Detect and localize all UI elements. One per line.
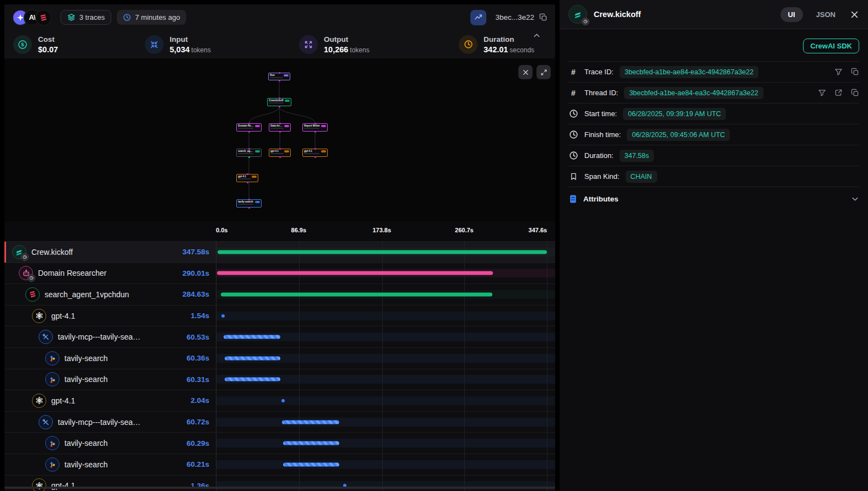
span-label: tavily-search xyxy=(64,460,182,469)
span-row-crew.kickoff[interactable]: Crew.kickoff 347.58s xyxy=(4,241,555,263)
tab-json[interactable]: JSON xyxy=(816,10,836,19)
time-ago-badge[interactable]: 7 minutes ago xyxy=(117,10,186,25)
graph-close-button[interactable] xyxy=(518,65,533,79)
detail-value[interactable]: 06/28/2025, 09:45:06 AM UTC xyxy=(627,129,730,141)
span-duration: 60.29s xyxy=(187,439,209,448)
hash-icon: # xyxy=(568,89,578,97)
traces-badge[interactable]: 3 traces xyxy=(61,10,111,25)
graph-node-port xyxy=(279,131,281,133)
attributes-section-header[interactable]: Attributes xyxy=(568,187,859,210)
panel-title: Crew.kickoff xyxy=(594,10,774,19)
graph-node-label: tavily-search xyxy=(238,200,254,203)
span-duration: 60.31s xyxy=(187,375,209,384)
graph-node[interactable]: Data Analyst xyxy=(269,123,291,132)
tavily-arrows-icon xyxy=(48,460,57,468)
openai-icon xyxy=(35,312,44,320)
external-link-icon xyxy=(834,89,843,97)
detail-value[interactable]: 3becbfed-a1be-ae84-ea3c-4942867a3e22 xyxy=(620,66,758,78)
chevron-down-icon[interactable] xyxy=(851,195,859,203)
anthropic-icon: A\ xyxy=(29,13,35,21)
tavily-arrows-icon xyxy=(48,439,57,448)
openai-row-icon xyxy=(32,478,46,491)
mcp-row-icon xyxy=(39,415,53,429)
detail-value[interactable]: 347.58s xyxy=(620,150,654,162)
graph-expand-button[interactable] xyxy=(536,65,551,79)
span-detail-panel: Crew.kickoff UI JSON CrewAI SDK # Trace … xyxy=(560,0,868,491)
tavily-arrows-icon xyxy=(48,375,57,384)
graph-node[interactable]: Crew.kickoff xyxy=(267,98,291,106)
gantt-track xyxy=(216,390,555,411)
detail-row-thread-id: # Thread ID: 3becbfed-a1be-ae84-ea3c-494… xyxy=(568,83,859,103)
external-button[interactable] xyxy=(834,89,843,97)
span-row-domain-researcher[interactable]: Domain Researcher 290.01s xyxy=(4,263,555,284)
clock-subbadge xyxy=(21,253,29,261)
filter-button[interactable] xyxy=(818,89,826,97)
graph-node[interactable]: tavily-search xyxy=(236,199,262,208)
graph-node[interactable]: Run xyxy=(268,73,290,80)
graph-node[interactable]: Domain Researcher xyxy=(236,123,262,132)
graph-node[interactable]: gpt-4.1 xyxy=(302,149,328,157)
graph-node-badge xyxy=(321,150,326,152)
graph-node[interactable]: gpt-4.1 xyxy=(269,149,291,157)
span-row-tavily-search[interactable]: tavily-search 60.29s xyxy=(4,432,555,454)
timeline-axis: 0.0s86.9s173.8s260.7s347.6s xyxy=(4,221,555,241)
span-row-tavily-search[interactable]: tavily-search 60.21s xyxy=(4,454,555,475)
gantt-track xyxy=(216,242,555,263)
span-row-tavily-mcp---tavily-sea-[interactable]: tavily-mcp---tavily-sea… 60.53s xyxy=(4,326,555,347)
detail-label: Finish time: xyxy=(584,130,621,139)
graph-node-badge xyxy=(252,176,257,178)
graph-node[interactable]: search_agent_1vpchdun xyxy=(236,149,262,157)
arrows-out-icon xyxy=(299,35,318,54)
trace-graph[interactable]: RunCrew.kickoffDomain ResearcherData Ana… xyxy=(4,58,555,221)
graph-node-badge xyxy=(255,125,260,127)
graph-edges xyxy=(4,58,555,221)
stat-label: Output xyxy=(324,35,348,43)
stats-bar: $ Cost $0.07 Input 5,034tokens Output 10… xyxy=(4,30,555,58)
span-row-gpt-4.1[interactable]: gpt-4.1 1.54s xyxy=(4,305,555,326)
copy-button[interactable] xyxy=(851,89,859,97)
gantt-track xyxy=(216,454,555,475)
graph-node-port xyxy=(279,97,280,99)
span-label: gpt-4.1 xyxy=(51,396,186,405)
agent-row-icon xyxy=(19,266,33,280)
graph-node-label: gpt-4.1 xyxy=(270,150,283,152)
detail-value[interactable]: 06/28/2025, 09:39:19 AM UTC xyxy=(623,108,726,120)
trace-id-short[interactable]: 3bec...3e22 xyxy=(495,13,534,21)
graph-node-port xyxy=(314,123,316,124)
graph-node-badge xyxy=(284,74,289,77)
span-row-tavily-search[interactable]: tavily-search 60.31s xyxy=(4,369,555,390)
graph-node[interactable]: gpt-4.1 xyxy=(236,174,258,182)
duration-dot xyxy=(221,314,225,318)
horizontal-scrollbar[interactable] xyxy=(4,487,555,489)
span-row-tavily-mcp---tavily-sea-[interactable]: tavily-mcp---tavily-sea… 60.72s xyxy=(4,411,555,433)
span-row-search-agent-1vpchdun[interactable]: search_agent_1vpchdun 284.63s xyxy=(4,283,555,305)
graph-node-port xyxy=(279,148,281,150)
filter-button[interactable] xyxy=(834,68,843,76)
chart-button[interactable] xyxy=(470,10,486,25)
span-row-gpt-4.1[interactable]: gpt-4.1 2.04s xyxy=(4,390,555,411)
stat-value: $0.07 xyxy=(38,45,58,54)
filter-icon xyxy=(818,89,826,97)
axis-tick: 260.7s xyxy=(455,227,474,233)
copy-button[interactable] xyxy=(851,68,859,76)
stat-output: Output 10,266tokens xyxy=(295,34,454,54)
detail-label: Thread ID: xyxy=(584,89,618,97)
copy-icon xyxy=(851,68,859,76)
openai-row-icon xyxy=(32,309,46,323)
graph-node-port xyxy=(248,156,250,158)
detail-row-finish-time: Finish time: 06/28/2025, 09:45:06 AM UTC xyxy=(568,124,859,145)
span-label: gpt-4.1 xyxy=(51,312,186,320)
detail-value[interactable]: 3becbfed-a1be-ae84-ea3c-4942867a3e22 xyxy=(624,87,763,99)
graph-node[interactable]: Report Writer xyxy=(302,123,328,132)
close-icon xyxy=(522,69,529,76)
span-row-tavily-search[interactable]: tavily-search 60.36s xyxy=(4,347,555,369)
copy-trace-id-button[interactable] xyxy=(539,13,547,21)
detail-label: Span Kind: xyxy=(584,172,620,181)
detail-value[interactable]: CHAIN xyxy=(626,171,657,183)
collapse-stats-button[interactable] xyxy=(533,31,541,40)
openai-icon xyxy=(35,396,44,405)
crewai-icon xyxy=(29,290,37,298)
tab-ui[interactable]: UI xyxy=(780,7,803,22)
gantt-track xyxy=(216,412,555,433)
panel-close-button[interactable] xyxy=(850,10,859,19)
